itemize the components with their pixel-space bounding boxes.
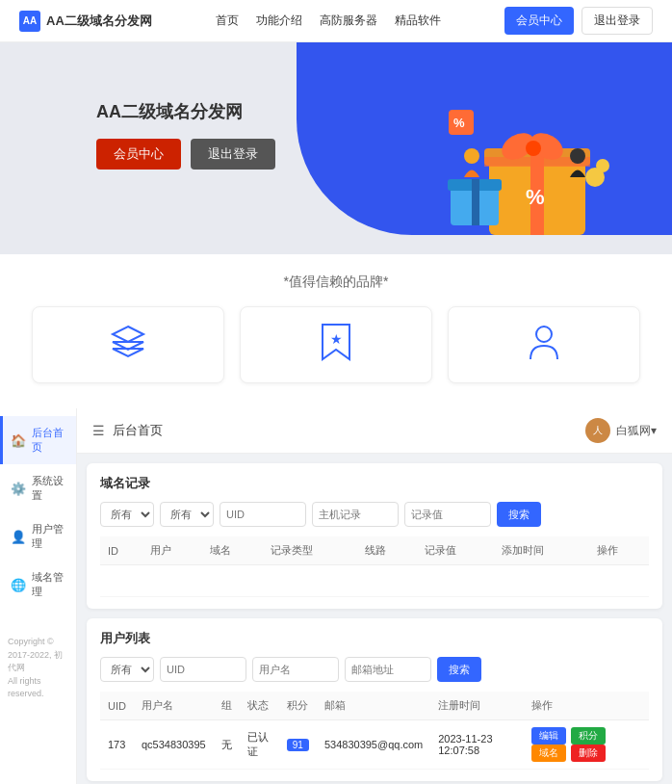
domain-search-button[interactable]: 搜索 — [497, 502, 541, 527]
domain-col-value: 记录值 — [417, 536, 494, 565]
user-username-input[interactable] — [252, 657, 339, 682]
user-filter-row: 所有 搜索 — [100, 657, 649, 682]
domain-table-header-row: ID 用户 域名 记录类型 线路 记录值 添加时间 操作 — [100, 536, 649, 565]
svg-text:%: % — [526, 185, 545, 209]
domain-col-user: 用户 — [142, 536, 202, 565]
domain-hostname-input[interactable] — [312, 502, 399, 527]
admin-header-left: ☰ 后台首页 — [92, 422, 163, 439]
user-icon: 👤 — [11, 530, 26, 544]
nav-server[interactable]: 高防服务器 — [320, 13, 377, 29]
hero-member-button[interactable]: 会员中心 — [96, 139, 181, 170]
hero-logout-button[interactable]: 退出登录 — [191, 139, 275, 170]
svg-marker-17 — [113, 327, 143, 342]
sidebar-label-domains: 域名管理 — [32, 570, 68, 599]
svg-point-16 — [596, 159, 609, 172]
hero-section: AA二级域名分发网 会员中心 退出登录 % — [0, 42, 672, 254]
brand-section: *值得信赖的品牌* ★ — [0, 254, 672, 408]
svg-point-21 — [536, 327, 552, 342]
domain-section-title: 域名记录 — [100, 475, 649, 492]
breadcrumb: 后台首页 — [113, 422, 163, 439]
svg-point-11 — [464, 148, 479, 164]
user-edit-button[interactable]: 编辑 — [531, 727, 566, 745]
user-table-header-row: UID 用户名 组 状态 积分 邮箱 注册时间 操作 — [100, 692, 649, 720]
navbar-member-button[interactable]: 会员中心 — [504, 7, 574, 35]
home-icon: 🏠 — [11, 433, 26, 448]
person-icon — [527, 323, 561, 368]
brand-cards: ★ — [0, 306, 672, 399]
user-label: 白狐网▾ — [616, 423, 657, 439]
hero-content: AA二级域名分发网 会员中心 退出登录 — [96, 100, 275, 170]
brand-title: *值得信赖的品牌* — [0, 274, 672, 291]
user-score-button[interactable]: 积分 — [571, 727, 606, 745]
brand-card-2: ★ — [240, 306, 432, 383]
user-score-cell: 91 — [279, 720, 317, 770]
domain-empty-cell — [100, 565, 649, 597]
domain-table-body — [100, 565, 649, 597]
nav-home[interactable]: 首页 — [216, 13, 239, 29]
main-content: ☰ 后台首页 人 白狐网▾ 域名记录 所有 所有 — [77, 408, 672, 784]
user-col-score: 积分 — [279, 692, 317, 720]
nav-software[interactable]: 精品软件 — [395, 13, 441, 29]
user-table: UID 用户名 组 状态 积分 邮箱 注册时间 操作 173 qc5348303… — [100, 692, 649, 770]
sidebar-item-home[interactable]: 🏠 后台首页 — [0, 416, 76, 464]
hero-illustration: % % — [422, 52, 614, 245]
domain-uid-input[interactable] — [220, 502, 306, 527]
domain-type-input[interactable] — [404, 502, 491, 527]
domain-col-type: 记录类型 — [263, 536, 357, 565]
site-logo: AA AA二级域名分发网 — [19, 11, 152, 32]
user-email-cell: 534830395@qq.com — [317, 720, 430, 770]
settings-icon: ⚙️ — [11, 482, 26, 496]
hero-title: AA二级域名分发网 — [96, 100, 275, 123]
sidebar: 🏠 后台首页 ⚙️ 系统设置 👤 用户管理 🌐 域名管理 Copyright ©… — [0, 408, 77, 784]
user-col-status: 状态 — [240, 692, 279, 720]
sidebar-item-settings[interactable]: ⚙️ 系统设置 — [0, 464, 76, 512]
hero-buttons: 会员中心 退出登录 — [96, 139, 275, 170]
user-filter-select[interactable]: 所有 — [100, 657, 154, 682]
user-email-input[interactable] — [345, 657, 431, 682]
navbar-logout-button[interactable]: 退出登录 — [582, 7, 653, 35]
domain-col-domain: 域名 — [202, 536, 262, 565]
logo-icon: AA — [19, 11, 40, 32]
user-col-uid: UID — [100, 692, 134, 720]
gift-svg: % % — [422, 52, 614, 245]
navbar: AA AA二级域名分发网 首页 功能介绍 高防服务器 精品软件 会员中心 退出登… — [0, 0, 672, 42]
user-uid-input[interactable] — [160, 657, 246, 682]
domain-empty-row — [100, 565, 649, 597]
user-regtime-cell: 2023-11-23 12:07:58 — [430, 720, 524, 770]
domain-filter-select1[interactable]: 所有 — [100, 502, 154, 527]
rights-text: All rights reserved. — [8, 675, 68, 701]
domain-filter-select2[interactable]: 所有 — [160, 502, 214, 527]
user-col-op: 操作 — [524, 692, 649, 720]
sidebar-item-domains[interactable]: 🌐 域名管理 — [0, 561, 76, 609]
score-badge: 91 — [287, 739, 309, 751]
svg-text:★: ★ — [330, 331, 343, 347]
domain-col-time: 添加时间 — [494, 536, 588, 565]
user-table-body: 173 qc534830395 无 已认证 91 534830395@qq.co… — [100, 720, 649, 770]
sidebar-label-home: 后台首页 — [32, 426, 68, 455]
user-col-username: 用户名 — [134, 692, 214, 720]
admin-header-right[interactable]: 人 白狐网▾ — [585, 418, 657, 443]
hamburger-icon[interactable]: ☰ — [92, 423, 105, 438]
nav-links: 首页 功能介绍 高防服务器 精品软件 — [152, 13, 504, 29]
user-actions-cell: 编辑 积分 域名 删除 — [524, 720, 649, 770]
user-uid-cell: 173 — [100, 720, 134, 770]
svg-point-6 — [526, 141, 541, 156]
user-status-cell: 已认证 — [240, 720, 279, 770]
bookmark-star-icon: ★ — [319, 323, 353, 368]
user-search-button[interactable]: 搜索 — [437, 657, 481, 682]
user-delete-button[interactable]: 删除 — [571, 745, 606, 762]
copyright-text: Copyright © 2017-2022, 初代网 — [8, 636, 68, 675]
user-domain-button[interactable]: 域名 — [531, 745, 566, 762]
navbar-buttons: 会员中心 退出登录 — [504, 7, 653, 35]
sidebar-label-users: 用户管理 — [32, 522, 68, 551]
sidebar-item-users[interactable]: 👤 用户管理 — [0, 512, 76, 561]
brand-card-1 — [32, 306, 224, 383]
nav-features[interactable]: 功能介绍 — [256, 13, 302, 29]
user-col-regtime: 注册时间 — [430, 692, 524, 720]
user-group-cell: 无 — [214, 720, 240, 770]
domain-section: 域名记录 所有 所有 搜索 ID 用户 域名 — [87, 463, 662, 609]
admin-panel: 🏠 后台首页 ⚙️ 系统设置 👤 用户管理 🌐 域名管理 Copyright ©… — [0, 408, 672, 784]
domain-col-id: ID — [100, 536, 142, 565]
sidebar-label-settings: 系统设置 — [32, 474, 68, 503]
domain-col-line: 线路 — [357, 536, 417, 565]
